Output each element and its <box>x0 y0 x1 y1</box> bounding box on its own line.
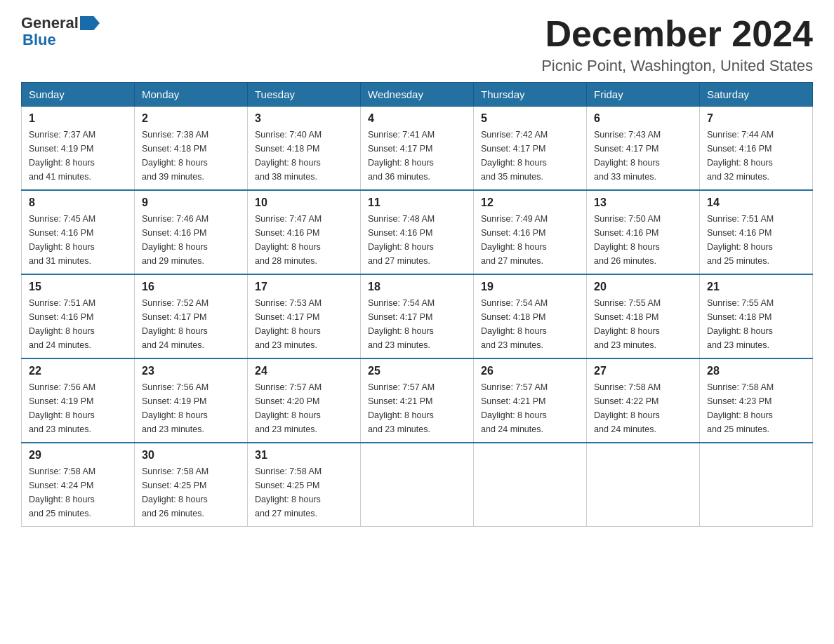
day-number: 28 <box>707 365 805 377</box>
logo-flag-icon <box>80 16 100 30</box>
table-row: 30Sunrise: 7:58 AMSunset: 4:25 PMDayligh… <box>135 443 248 527</box>
day-info: Sunrise: 7:58 AMSunset: 4:25 PMDaylight:… <box>142 464 240 521</box>
calendar-week-row: 1Sunrise: 7:37 AMSunset: 4:19 PMDaylight… <box>22 107 813 191</box>
table-row: 2Sunrise: 7:38 AMSunset: 4:18 PMDaylight… <box>135 107 248 191</box>
table-row <box>361 443 474 527</box>
header-tuesday: Tuesday <box>248 83 361 107</box>
day-info: Sunrise: 7:53 AMSunset: 4:17 PMDaylight:… <box>255 296 353 352</box>
day-info: Sunrise: 7:58 AMSunset: 4:22 PMDaylight:… <box>594 380 692 436</box>
day-info: Sunrise: 7:51 AMSunset: 4:16 PMDaylight:… <box>707 212 805 268</box>
logo: General Blue <box>21 14 101 49</box>
table-row: 29Sunrise: 7:58 AMSunset: 4:24 PMDayligh… <box>22 443 135 527</box>
day-info: Sunrise: 7:42 AMSunset: 4:17 PMDaylight:… <box>481 128 579 184</box>
day-number: 20 <box>594 281 692 293</box>
day-info: Sunrise: 7:45 AMSunset: 4:16 PMDaylight:… <box>29 212 127 268</box>
table-row: 1Sunrise: 7:37 AMSunset: 4:19 PMDaylight… <box>22 107 135 191</box>
table-row: 19Sunrise: 7:54 AMSunset: 4:18 PMDayligh… <box>474 274 587 358</box>
day-number: 15 <box>29 281 127 293</box>
day-info: Sunrise: 7:54 AMSunset: 4:17 PMDaylight:… <box>368 296 466 352</box>
day-info: Sunrise: 7:58 AMSunset: 4:25 PMDaylight:… <box>255 464 353 521</box>
day-number: 24 <box>255 365 353 377</box>
table-row: 13Sunrise: 7:50 AMSunset: 4:16 PMDayligh… <box>587 190 700 274</box>
day-number: 21 <box>707 281 805 293</box>
table-row: 9Sunrise: 7:46 AMSunset: 4:16 PMDaylight… <box>135 190 248 274</box>
day-number: 7 <box>707 112 805 125</box>
day-info: Sunrise: 7:48 AMSunset: 4:16 PMDaylight:… <box>368 212 466 268</box>
header-friday: Friday <box>587 83 700 107</box>
page-header: General Blue December 2024 Picnic Point,… <box>21 14 813 75</box>
day-info: Sunrise: 7:49 AMSunset: 4:16 PMDaylight:… <box>481 212 579 268</box>
day-number: 3 <box>255 112 353 125</box>
table-row: 14Sunrise: 7:51 AMSunset: 4:16 PMDayligh… <box>700 190 813 274</box>
day-info: Sunrise: 7:43 AMSunset: 4:17 PMDaylight:… <box>594 128 692 184</box>
day-info: Sunrise: 7:41 AMSunset: 4:17 PMDaylight:… <box>368 128 466 184</box>
table-row: 12Sunrise: 7:49 AMSunset: 4:16 PMDayligh… <box>474 190 587 274</box>
table-row: 24Sunrise: 7:57 AMSunset: 4:20 PMDayligh… <box>248 358 361 443</box>
logo-text: General <box>21 14 101 32</box>
header-sunday: Sunday <box>22 83 135 107</box>
day-info: Sunrise: 7:44 AMSunset: 4:16 PMDaylight:… <box>707 128 805 184</box>
calendar-table: Sunday Monday Tuesday Wednesday Thursday… <box>21 82 813 527</box>
table-row: 21Sunrise: 7:55 AMSunset: 4:18 PMDayligh… <box>700 274 813 358</box>
month-title: December 2024 <box>541 14 813 54</box>
calendar-week-row: 29Sunrise: 7:58 AMSunset: 4:24 PMDayligh… <box>22 443 813 527</box>
table-row: 28Sunrise: 7:58 AMSunset: 4:23 PMDayligh… <box>700 358 813 443</box>
day-info: Sunrise: 7:56 AMSunset: 4:19 PMDaylight:… <box>29 380 127 436</box>
day-number: 9 <box>142 196 240 209</box>
day-number: 25 <box>368 365 466 377</box>
table-row: 11Sunrise: 7:48 AMSunset: 4:16 PMDayligh… <box>361 190 474 274</box>
day-number: 23 <box>142 365 240 377</box>
day-number: 4 <box>368 112 466 125</box>
table-row: 27Sunrise: 7:58 AMSunset: 4:22 PMDayligh… <box>587 358 700 443</box>
day-info: Sunrise: 7:46 AMSunset: 4:16 PMDaylight:… <box>142 212 240 268</box>
day-info: Sunrise: 7:57 AMSunset: 4:20 PMDaylight:… <box>255 380 353 436</box>
day-number: 22 <box>29 365 127 377</box>
day-info: Sunrise: 7:57 AMSunset: 4:21 PMDaylight:… <box>481 380 579 436</box>
day-info: Sunrise: 7:40 AMSunset: 4:18 PMDaylight:… <box>255 128 353 184</box>
table-row: 4Sunrise: 7:41 AMSunset: 4:17 PMDaylight… <box>361 107 474 191</box>
day-number: 11 <box>368 196 466 209</box>
header-wednesday: Wednesday <box>361 83 474 107</box>
day-number: 19 <box>481 281 579 293</box>
day-number: 8 <box>29 196 127 209</box>
day-info: Sunrise: 7:56 AMSunset: 4:19 PMDaylight:… <box>142 380 240 436</box>
table-row: 22Sunrise: 7:56 AMSunset: 4:19 PMDayligh… <box>22 358 135 443</box>
day-info: Sunrise: 7:58 AMSunset: 4:24 PMDaylight:… <box>29 464 127 521</box>
day-number: 2 <box>142 112 240 125</box>
day-number: 6 <box>594 112 692 125</box>
table-row: 6Sunrise: 7:43 AMSunset: 4:17 PMDaylight… <box>587 107 700 191</box>
table-row <box>587 443 700 527</box>
header-thursday: Thursday <box>474 83 587 107</box>
logo-blue: Blue <box>22 31 56 49</box>
table-row: 16Sunrise: 7:52 AMSunset: 4:17 PMDayligh… <box>135 274 248 358</box>
calendar-header-row: Sunday Monday Tuesday Wednesday Thursday… <box>22 83 813 107</box>
day-info: Sunrise: 7:55 AMSunset: 4:18 PMDaylight:… <box>707 296 805 352</box>
calendar-week-row: 22Sunrise: 7:56 AMSunset: 4:19 PMDayligh… <box>22 358 813 443</box>
day-number: 13 <box>594 196 692 209</box>
day-info: Sunrise: 7:52 AMSunset: 4:17 PMDaylight:… <box>142 296 240 352</box>
day-number: 5 <box>481 112 579 125</box>
title-area: December 2024 Picnic Point, Washington, … <box>541 14 813 75</box>
location-title: Picnic Point, Washington, United States <box>541 57 813 75</box>
day-number: 30 <box>142 449 240 462</box>
table-row: 20Sunrise: 7:55 AMSunset: 4:18 PMDayligh… <box>587 274 700 358</box>
logo-general: General <box>21 14 79 32</box>
day-number: 16 <box>142 281 240 293</box>
day-number: 27 <box>594 365 692 377</box>
day-info: Sunrise: 7:57 AMSunset: 4:21 PMDaylight:… <box>368 380 466 436</box>
table-row: 31Sunrise: 7:58 AMSunset: 4:25 PMDayligh… <box>248 443 361 527</box>
table-row: 3Sunrise: 7:40 AMSunset: 4:18 PMDaylight… <box>248 107 361 191</box>
day-number: 31 <box>255 449 353 462</box>
day-number: 17 <box>255 281 353 293</box>
table-row: 23Sunrise: 7:56 AMSunset: 4:19 PMDayligh… <box>135 358 248 443</box>
day-number: 18 <box>368 281 466 293</box>
table-row: 15Sunrise: 7:51 AMSunset: 4:16 PMDayligh… <box>22 274 135 358</box>
day-number: 10 <box>255 196 353 209</box>
table-row: 7Sunrise: 7:44 AMSunset: 4:16 PMDaylight… <box>700 107 813 191</box>
table-row: 26Sunrise: 7:57 AMSunset: 4:21 PMDayligh… <box>474 358 587 443</box>
day-number: 29 <box>29 449 127 462</box>
day-info: Sunrise: 7:58 AMSunset: 4:23 PMDaylight:… <box>707 380 805 436</box>
day-number: 1 <box>29 112 127 125</box>
day-number: 12 <box>481 196 579 209</box>
day-info: Sunrise: 7:54 AMSunset: 4:18 PMDaylight:… <box>481 296 579 352</box>
